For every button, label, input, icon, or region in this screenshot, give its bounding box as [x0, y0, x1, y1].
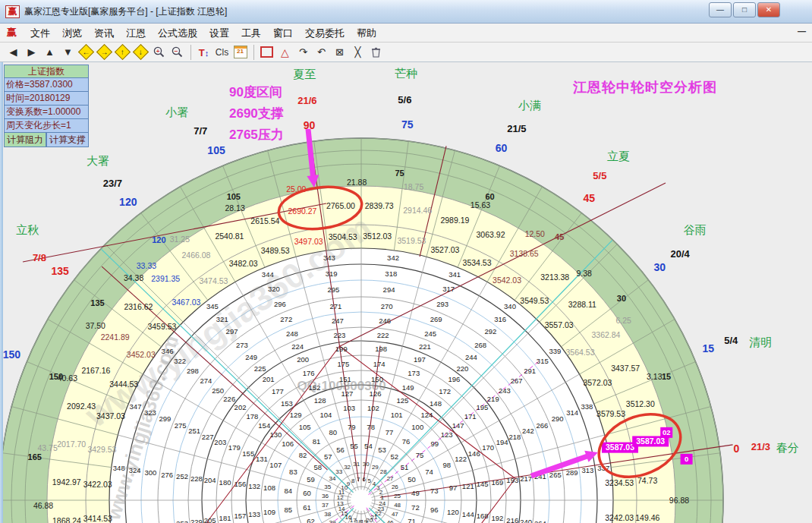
menu-item-4[interactable]: 江恩 — [120, 25, 152, 41]
toolbar-draw-triangle-button[interactable]: △ — [276, 44, 294, 61]
svg-text:3527.03: 3527.03 — [430, 245, 459, 254]
svg-text:3242.03: 3242.03 — [605, 513, 634, 522]
svg-text:135: 135 — [51, 265, 69, 277]
svg-text:49: 49 — [411, 489, 420, 497]
toolbar-diamond-up-icon[interactable]: ↑ — [114, 44, 131, 61]
calc-support-button[interactable]: 计算支撑 — [46, 133, 89, 147]
child-minimize-button[interactable]: — — [798, 27, 806, 36]
svg-text:芒种: 芒种 — [395, 67, 417, 80]
menu-item-3[interactable]: 资讯 — [88, 25, 120, 41]
menu-item-9[interactable]: 交易委托 — [299, 25, 351, 41]
svg-text:3572.03: 3572.03 — [583, 378, 612, 387]
svg-text:5/6: 5/6 — [398, 94, 411, 106]
toolbar-diamond-left-icon[interactable]: ← — [77, 44, 95, 61]
svg-text:3512.30: 3512.30 — [626, 399, 655, 408]
svg-text:7/7: 7/7 — [194, 125, 207, 137]
svg-text:316: 316 — [494, 315, 506, 323]
toolbar-collapse-cross-button[interactable]: ╳ — [349, 44, 367, 61]
svg-text:221: 221 — [419, 342, 431, 351]
svg-text:24: 24 — [379, 500, 386, 507]
toolbar-step-down-button[interactable]: ▼ — [59, 44, 77, 61]
toolbar-step-up-button[interactable]: ▲ — [41, 44, 58, 61]
svg-text:298: 298 — [187, 367, 199, 375]
menu-item-6[interactable]: 设置 — [203, 25, 235, 41]
menu-item-7[interactable]: 工具 — [235, 25, 267, 41]
svg-text:3474.53: 3474.53 — [199, 276, 228, 285]
svg-text:347: 347 — [130, 402, 142, 411]
svg-text:129: 129 — [290, 411, 302, 419]
svg-text:192: 192 — [492, 514, 504, 522]
svg-text:272: 272 — [280, 315, 292, 323]
svg-text:193: 193 — [506, 476, 518, 484]
svg-text:203: 203 — [214, 438, 226, 446]
menu-item-8[interactable]: 窗口 — [267, 25, 299, 41]
svg-text:103: 103 — [343, 404, 355, 412]
svg-text:148: 148 — [430, 399, 442, 408]
menu-item-10[interactable]: 帮助 — [351, 25, 382, 41]
svg-text:246: 246 — [379, 317, 391, 325]
svg-text:105: 105 — [299, 423, 311, 431]
toolbar-time-axis-button[interactable]: T↕ — [195, 44, 212, 61]
svg-text:321: 321 — [216, 315, 228, 323]
svg-text:3452.03: 3452.03 — [127, 350, 156, 359]
toolbar-draw-square-button[interactable] — [258, 44, 275, 61]
minimize-button[interactable]: — — [709, 2, 732, 17]
toolbar-separator — [190, 45, 191, 60]
svg-text:6.25: 6.25 — [616, 316, 632, 325]
svg-text:151: 151 — [339, 375, 351, 383]
svg-text:3564.53: 3564.53 — [566, 348, 595, 357]
svg-text:3362.84: 3362.84 — [592, 330, 621, 339]
svg-text:216: 216 — [506, 516, 518, 523]
svg-text:105: 105 — [227, 192, 241, 201]
svg-text:4: 4 — [373, 480, 376, 487]
toolbar-delete-shape-button[interactable] — [367, 44, 385, 61]
toolbar-cls-button[interactable]: Cls — [213, 44, 231, 61]
svg-text:170: 170 — [482, 443, 494, 452]
svg-text:2017.70: 2017.70 — [57, 440, 86, 449]
title-bar[interactable]: 赢 赢家江恩专业版[赢家服务平台] - [上证指数 江恩轮] — □ ✕ — [0, 0, 812, 24]
maximize-button[interactable]: □ — [733, 2, 756, 17]
svg-text:83: 83 — [289, 468, 297, 476]
toolbar-pan-left-button[interactable]: ◀ — [5, 44, 22, 61]
svg-text:3497.03: 3497.03 — [294, 237, 323, 246]
svg-text:60: 60 — [303, 489, 311, 497]
toolbar-calendar-button[interactable]: 21 — [231, 44, 249, 61]
svg-text:36: 36 — [322, 493, 329, 499]
close-button[interactable]: ✕ — [757, 2, 780, 17]
calc-resistance-button[interactable]: 计算阻力 — [4, 133, 46, 147]
svg-text:79: 79 — [348, 423, 356, 431]
toolbar-boxed-x-button[interactable]: ⊠ — [331, 44, 348, 61]
gann-wheel-canvas[interactable]: QQ:100800360www.yingjia360.comwww.yingji… — [0, 62, 812, 523]
svg-text:149: 149 — [402, 383, 414, 392]
svg-text:146: 146 — [468, 449, 480, 458]
menu-item-5[interactable]: 公式选股 — [152, 25, 203, 41]
toolbar-diamond-right-icon[interactable]: → — [96, 44, 113, 61]
svg-text:75: 75 — [395, 169, 404, 178]
svg-text:21.88: 21.88 — [347, 178, 367, 187]
toolbar-pan-right-button[interactable]: ▶ — [23, 44, 40, 61]
toolbar-diamond-down-icon[interactable]: ↓ — [132, 44, 149, 61]
toolbar-rotate-ccw-button[interactable]: ↶ — [313, 44, 330, 61]
svg-text:15: 15 — [702, 342, 714, 354]
svg-text:324: 324 — [129, 466, 141, 474]
svg-text:52: 52 — [391, 452, 399, 461]
gann-wheel-chart-area[interactable]: QQ:100800360www.yingjia360.comwww.yingji… — [0, 62, 812, 523]
toolbar-rotate-cw-button[interactable]: ↷ — [294, 44, 312, 61]
menu-item-2[interactable]: 浏览 — [56, 25, 88, 41]
menu-item-1[interactable]: 文件 — [24, 25, 56, 41]
svg-text:3534.53: 3534.53 — [463, 258, 492, 267]
svg-text:33: 33 — [335, 468, 342, 475]
svg-text:227: 227 — [202, 433, 214, 441]
svg-text:3: 3 — [376, 484, 380, 491]
svg-text:346: 346 — [162, 347, 174, 355]
svg-text:8: 8 — [351, 477, 355, 484]
svg-text:5/4: 5/4 — [724, 335, 738, 346]
toolbar-zoom-out-button[interactable]: − — [168, 44, 186, 61]
svg-text:30: 30 — [363, 461, 370, 468]
svg-text:171: 171 — [464, 412, 477, 421]
toolbar-zoom-in-button[interactable]: + — [150, 44, 168, 61]
svg-text:104: 104 — [319, 411, 332, 419]
svg-text:223: 223 — [333, 331, 345, 339]
svg-text:18.75: 18.75 — [404, 182, 423, 191]
svg-text:+: + — [156, 48, 160, 55]
